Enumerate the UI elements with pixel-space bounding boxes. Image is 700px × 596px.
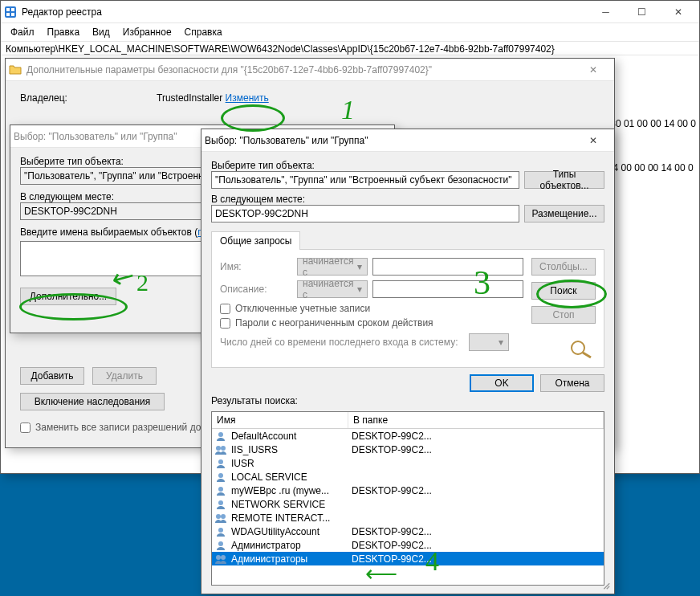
cancel-button[interactable]: Отмена	[540, 374, 604, 392]
enable-inheritance-button[interactable]: Включение наследования	[20, 393, 165, 410]
remove-button[interactable]: Удалить	[92, 367, 157, 385]
svg-line-6	[583, 353, 591, 357]
svg-point-17	[218, 541, 223, 546]
columns-button[interactable]: Столбцы...	[531, 258, 596, 276]
result-folder: DESKTOP-99C2...	[350, 485, 604, 496]
user-icon	[214, 431, 227, 442]
svg-point-7	[218, 432, 223, 437]
col-folder[interactable]: В папке	[348, 412, 604, 428]
result-row[interactable]: WDAGUtilityAccountDESKTOP-99C2...	[212, 525, 604, 538]
advanced-button[interactable]: Дополнительно...	[20, 288, 116, 305]
security-title: Дополнительные параметры безопасности дл…	[26, 64, 575, 76]
change-owner-link[interactable]: Изменить	[226, 92, 269, 104]
hex-row-1: 30 01 00 00 14 00 0	[610, 102, 696, 146]
result-name: LOCAL SERVICE	[230, 471, 350, 483]
result-name: Администратор	[230, 540, 350, 551]
disabled-accounts-checkbox[interactable]: Отключенные учетные записи	[220, 303, 523, 314]
svg-point-14	[216, 514, 221, 519]
days-combo[interactable]: ▾	[469, 333, 509, 351]
select-user-dialog-big: Выбор: "Пользователь" или "Группа" ✕ Выб…	[201, 129, 615, 594]
result-name: WDAGUtilityAccount	[230, 526, 350, 537]
menu-file[interactable]: Файл	[6, 25, 39, 39]
owner-value: TrustedInstaller	[157, 92, 222, 104]
result-row[interactable]: IIS_IUSRSDESKTOP-99C2...	[212, 443, 604, 456]
minimize-button[interactable]: ─	[588, 1, 624, 23]
menu-help[interactable]: Справка	[180, 25, 227, 39]
svg-point-15	[221, 514, 226, 519]
regedit-titlebar: Редактор реестра ─ ☐ ✕	[1, 1, 699, 23]
resize-grip[interactable]	[600, 579, 611, 590]
address-bar[interactable]: Компьютер\HKEY_LOCAL_MACHINE\SOFTWARE\WO…	[1, 41, 699, 55]
hex-row-2: f4 00 00 00 14 00 0	[610, 146, 696, 190]
maximize-button[interactable]: ☐	[624, 1, 660, 23]
chevron-down-icon: ▾	[357, 284, 362, 295]
folder-icon	[9, 63, 22, 76]
menu-view[interactable]: Вид	[88, 25, 115, 39]
svg-point-16	[218, 528, 223, 533]
chevron-down-icon: ▾	[357, 261, 362, 272]
result-folder: DESKTOP-99C2...	[350, 553, 604, 565]
desc-combo[interactable]: начинается с▾	[297, 280, 368, 298]
result-name: Администраторы	[230, 553, 350, 565]
results-header: Имя В папке	[212, 412, 604, 429]
nonexpiring-passwords-checkbox[interactable]: Пароли с неограниченным сроком действия	[220, 317, 523, 329]
result-row[interactable]: LOCAL SERVICE	[212, 470, 604, 484]
result-name: myWEBpc .ru (mywe...	[230, 485, 350, 496]
menu-edit[interactable]: Правка	[43, 25, 85, 39]
replace-checkbox-input[interactable]	[20, 423, 31, 433]
type-input	[211, 171, 519, 189]
enter-names-label: Введите имена выбираемых объектов (	[20, 227, 197, 238]
regedit-icon	[4, 6, 17, 18]
svg-rect-1	[6, 8, 10, 11]
object-types-button[interactable]: Типы объектов...	[524, 171, 604, 189]
group-icon	[214, 444, 227, 455]
select-big-close[interactable]: ✕	[575, 129, 611, 152]
security-close[interactable]: ✕	[575, 59, 611, 81]
menubar: Файл Правка Вид Избранное Справка	[1, 23, 699, 41]
ok-button[interactable]: OK	[470, 374, 534, 392]
hex-data: 30 01 00 00 14 00 0 f4 00 00 00 14 00 0	[610, 102, 696, 190]
common-queries-tab[interactable]: Общие запросы	[211, 231, 300, 250]
regedit-title: Редактор реестра	[22, 6, 588, 18]
name-input[interactable]	[372, 258, 523, 276]
add-button[interactable]: Добавить	[20, 367, 84, 385]
location-label: В следующем месте:	[211, 194, 604, 205]
user-icon	[214, 499, 227, 510]
result-row[interactable]: DefaultAccountDESKTOP-99C2...	[212, 429, 604, 443]
result-row[interactable]: REMOTE INTERACT...	[212, 511, 604, 525]
result-folder: DESKTOP-99C2...	[350, 540, 604, 551]
result-row[interactable]: myWEBpc .ru (mywe...DESKTOP-99C2...	[212, 484, 604, 497]
locations-button[interactable]: Размещение...	[524, 205, 604, 222]
result-folder: DESKTOP-99C2...	[350, 444, 604, 455]
result-name: IUSR	[230, 458, 350, 469]
stop-button[interactable]: Стоп	[531, 306, 596, 324]
menu-favorites[interactable]: Избранное	[118, 25, 177, 39]
svg-rect-2	[11, 8, 14, 11]
svg-point-11	[218, 473, 223, 478]
user-icon	[214, 458, 227, 469]
chevron-down-icon: ▾	[499, 337, 503, 348]
svg-point-9	[221, 446, 226, 451]
result-row[interactable]: АдминистраторDESKTOP-99C2...	[212, 538, 604, 552]
result-row[interactable]: IUSR	[212, 456, 604, 470]
find-now-button[interactable]: Поиск	[531, 282, 596, 300]
user-icon	[214, 526, 227, 537]
result-row[interactable]: АдминистраторыDESKTOP-99C2...	[212, 552, 604, 565]
search-icon	[568, 338, 596, 359]
location-input	[211, 205, 519, 222]
desc-input[interactable]	[372, 280, 523, 298]
results-label: Результаты поиска:	[211, 395, 604, 406]
owner-label: Владелец:	[20, 92, 157, 104]
user-icon	[214, 485, 227, 496]
result-name: IIS_IUSRS	[230, 444, 350, 455]
close-button[interactable]: ✕	[660, 1, 696, 23]
select-big-title: Выбор: "Пользователь" или "Группа"	[205, 135, 575, 146]
group-icon	[214, 512, 227, 524]
result-row[interactable]: NETWORK SERVICE	[212, 497, 604, 511]
name-combo[interactable]: начинается с▾	[297, 258, 368, 276]
user-icon	[214, 471, 227, 483]
replace-checkbox[interactable]: Заменить все записи разрешений доч	[20, 422, 206, 433]
col-name[interactable]: Имя	[212, 412, 348, 428]
search-results[interactable]: Имя В папке DefaultAccountDESKTOP-99C2..…	[211, 411, 604, 586]
result-name: DefaultAccount	[230, 431, 350, 442]
